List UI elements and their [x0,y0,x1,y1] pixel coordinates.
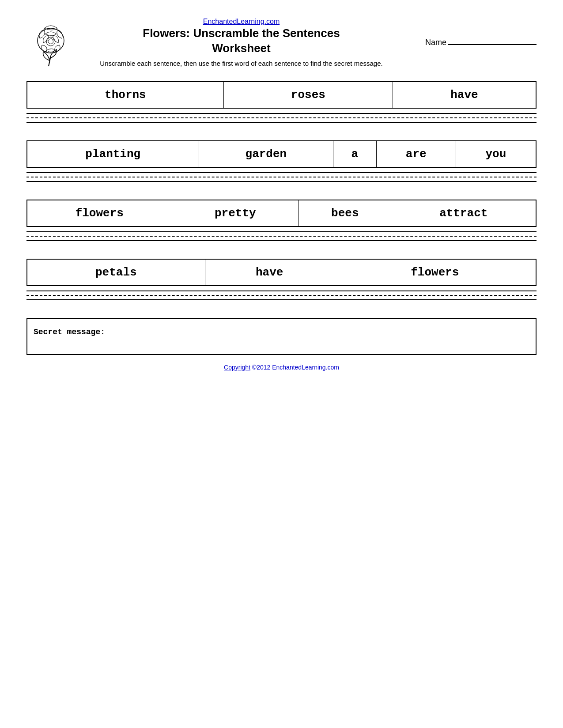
word-2-2: garden [199,141,333,167]
footer: Copyright ©2012 EnchantedLearning.com [26,364,537,371]
sentence-block-1: thorns roses have [26,81,537,123]
word-1-1: thorns [27,82,223,108]
rose-illustration [26,19,75,67]
word-table-1: thorns roses have [26,81,537,109]
name-underline[interactable] [448,44,537,45]
dotted-line-1 [26,117,537,118]
copyright-link[interactable]: Copyright [224,364,250,371]
lines-4 [26,290,537,300]
title-line1: Flowers: Unscramble the Sentences [143,26,340,40]
write-line-4a [26,290,537,291]
word-3-1: flowers [27,200,172,226]
lines-2 [26,172,537,182]
main-content: thorns roses have planting garden a are … [26,81,537,371]
title-line2: Worksheet [212,41,270,55]
word-3-4: attract [391,200,536,226]
word-1-3: have [393,82,536,108]
lines-1 [26,113,537,123]
word-3-3: bees [299,200,391,226]
word-4-1: petals [27,259,205,286]
word-2-5: you [456,141,536,167]
write-line-3a [26,231,537,232]
dotted-line-4 [26,295,537,296]
secret-message-label: Secret message: [34,328,105,336]
word-4-2: have [205,259,334,286]
write-line-1a [26,113,537,114]
sentence-block-2: planting garden a are you [26,140,537,182]
sentence-block-3: flowers pretty bees attract [26,200,537,241]
word-2-1: planting [27,141,199,167]
name-section: Name [408,38,537,47]
footer-year-site: ©2012 EnchantedLearning.com [252,364,339,371]
word-2-3: a [333,141,376,167]
word-table-2: planting garden a are you [26,140,537,168]
site-link[interactable]: EnchantedLearning.com [203,18,280,25]
write-line-3b [26,240,537,241]
write-line-2a [26,172,537,173]
word-1-2: roses [223,82,393,108]
name-label: Name [425,38,446,47]
sentence-block-4: petals have flowers [26,259,537,300]
word-3-2: pretty [172,200,299,226]
write-line-4b [26,299,537,300]
write-line-1b [26,122,537,123]
word-2-4: are [376,141,456,167]
word-4-3: flowers [334,259,536,286]
word-table-4: petals have flowers [26,259,537,286]
dotted-line-2 [26,177,537,177]
lines-3 [26,231,537,241]
write-line-2b [26,181,537,182]
secret-message-box: Secret message: [26,318,537,355]
dotted-line-3 [26,236,537,237]
worksheet-subtitle: Unscramble each sentence, then use the f… [88,59,394,68]
word-table-3: flowers pretty bees attract [26,200,537,227]
header-text-block: EnchantedLearning.com Flowers: Unscrambl… [88,18,394,68]
svg-point-2 [46,37,55,46]
